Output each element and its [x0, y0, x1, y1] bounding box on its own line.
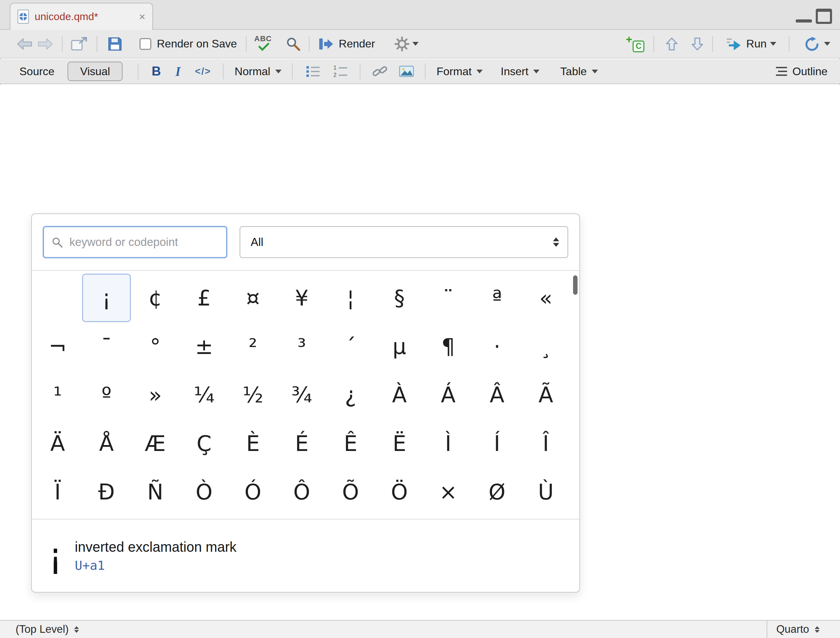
symbol-cell[interactable]: °: [131, 322, 180, 371]
symbol-cell[interactable]: ¡: [82, 274, 131, 322]
symbol-cell[interactable]: ¹: [33, 371, 82, 419]
symbol-cell[interactable]: ¸: [521, 322, 570, 371]
symbol-cell[interactable]: º: [82, 371, 131, 419]
symbol-cell[interactable]: Ë: [375, 419, 424, 467]
insert-link-button[interactable]: [371, 65, 388, 78]
source-mode-button[interactable]: Source: [19, 65, 54, 78]
symbol-cell[interactable]: Ô: [277, 467, 326, 516]
chevron-down-icon[interactable]: [592, 69, 598, 73]
symbol-cell[interactable]: Ê: [326, 419, 375, 467]
symbol-search-box[interactable]: [43, 226, 227, 258]
symbol-cell[interactable]: À: [375, 371, 424, 419]
symbol-cell[interactable]: ¾: [277, 371, 326, 419]
symbol-cell[interactable]: §: [375, 274, 424, 322]
symbol-cell[interactable]: ¶: [424, 322, 473, 371]
forward-button[interactable]: [36, 36, 54, 52]
editor-canvas[interactable]: All ¡¢£¤¥¦§¨ª«¬¯°±²³´µ¶·¸¹º»¼½¾¿ÀÁÂÃÄÅÆÇ…: [0, 85, 840, 620]
chevron-down-icon[interactable]: [275, 69, 281, 73]
symbol-cell[interactable]: ·: [473, 322, 521, 371]
symbol-cell[interactable]: Á: [424, 371, 473, 419]
scope-selector[interactable]: (Top Level): [16, 623, 69, 636]
symbol-cell[interactable]: Ã: [521, 371, 570, 419]
chevron-down-icon[interactable]: [477, 69, 483, 73]
symbol-cell[interactable]: ×: [424, 467, 473, 516]
symbol-cell[interactable]: ¿: [326, 371, 375, 419]
symbol-cell[interactable]: Ù: [521, 467, 570, 516]
symbol-cell[interactable]: É: [277, 419, 326, 467]
symbol-cell[interactable]: Ï: [33, 467, 82, 516]
symbol-cell[interactable]: ¯: [82, 322, 131, 371]
tab-close-icon[interactable]: ×: [139, 11, 145, 22]
outline-label[interactable]: Outline: [793, 65, 827, 78]
numbered-list-button[interactable]: 1 2: [333, 65, 349, 78]
symbol-cell[interactable]: Õ: [326, 467, 375, 516]
symbol-cell[interactable]: ²: [229, 322, 277, 371]
symbol-cell[interactable]: ³: [277, 322, 326, 371]
back-button[interactable]: [16, 36, 33, 52]
format-menu[interactable]: Format: [437, 65, 472, 78]
symbol-cell[interactable]: Ó: [229, 467, 277, 516]
insert-image-button[interactable]: [398, 65, 414, 78]
symbol-cell[interactable]: Ö: [375, 467, 424, 516]
symbol-cell[interactable]: «: [521, 274, 570, 322]
symbol-cell[interactable]: µ: [375, 322, 424, 371]
symbol-cell[interactable]: ¤: [229, 274, 277, 322]
chevron-down-icon[interactable]: [770, 42, 776, 46]
symbol-cell[interactable]: ¥: [277, 274, 326, 322]
symbol-cell[interactable]: [33, 274, 82, 322]
symbol-cell[interactable]: ±: [180, 322, 229, 371]
spellcheck-button[interactable]: ABC: [253, 34, 276, 54]
minimize-pane-icon[interactable]: [796, 19, 812, 22]
symbol-cell[interactable]: ´: [326, 322, 375, 371]
symbol-cell[interactable]: ¦: [326, 274, 375, 322]
run-label[interactable]: Run: [746, 38, 767, 50]
symbol-cell[interactable]: ¬: [33, 322, 82, 371]
symbol-cell[interactable]: ¨: [424, 274, 473, 322]
visual-mode-button[interactable]: Visual: [68, 62, 123, 81]
symbol-cell[interactable]: Ø: [473, 467, 521, 516]
chevron-down-icon[interactable]: [824, 42, 830, 46]
maximize-pane-icon[interactable]: [816, 9, 832, 24]
go-previous-section-button[interactable]: [664, 36, 680, 52]
symbol-cell[interactable]: Æ: [131, 419, 180, 467]
symbol-cell[interactable]: Ò: [180, 467, 229, 516]
tab-unicode-qmd[interactable]: unicode.qmd* ×: [10, 3, 153, 30]
symbol-cell[interactable]: Ä: [33, 419, 82, 467]
insert-chunk-button[interactable]: + C: [626, 35, 645, 53]
symbol-cell[interactable]: Í: [473, 419, 521, 467]
bullet-list-button[interactable]: [305, 65, 321, 78]
render-label[interactable]: Render: [339, 38, 375, 50]
symbol-cell[interactable]: Î: [521, 419, 570, 467]
symbol-cell[interactable]: ª: [473, 274, 521, 322]
symbol-cell[interactable]: »: [131, 371, 180, 419]
scope-updown-icon[interactable]: [74, 626, 79, 633]
render-options-button[interactable]: [395, 36, 410, 52]
scrollbar-thumb[interactable]: [573, 275, 578, 295]
render-on-save-checkbox[interactable]: [139, 38, 151, 50]
symbol-cell[interactable]: ¢: [131, 274, 180, 322]
italic-button[interactable]: I: [175, 64, 180, 79]
code-button[interactable]: </>: [195, 66, 211, 77]
symbol-cell[interactable]: Ç: [180, 419, 229, 467]
save-button[interactable]: [107, 36, 123, 52]
symbol-cell[interactable]: Å: [82, 419, 131, 467]
symbol-category-select[interactable]: All: [240, 226, 568, 258]
symbol-cell[interactable]: £: [180, 274, 229, 322]
outline-toggle-button[interactable]: [775, 65, 788, 77]
insert-menu[interactable]: Insert: [501, 65, 528, 78]
symbol-cell[interactable]: Ì: [424, 419, 473, 467]
open-in-new-window-button[interactable]: [70, 36, 88, 52]
find-button[interactable]: [285, 36, 301, 52]
chevron-down-icon[interactable]: [412, 42, 418, 46]
symbol-cell[interactable]: ½: [229, 371, 277, 419]
symbol-cell[interactable]: Ñ: [131, 467, 180, 516]
bold-button[interactable]: B: [152, 64, 161, 79]
run-button[interactable]: [725, 36, 743, 52]
rerun-button[interactable]: [803, 36, 821, 52]
document-format-selector[interactable]: Quarto: [767, 621, 840, 638]
table-menu[interactable]: Table: [560, 65, 587, 78]
symbol-cell[interactable]: Ð: [82, 467, 131, 516]
symbol-cell[interactable]: Â: [473, 371, 521, 419]
symbol-cell[interactable]: ¼: [180, 371, 229, 419]
render-button[interactable]: [318, 36, 335, 52]
